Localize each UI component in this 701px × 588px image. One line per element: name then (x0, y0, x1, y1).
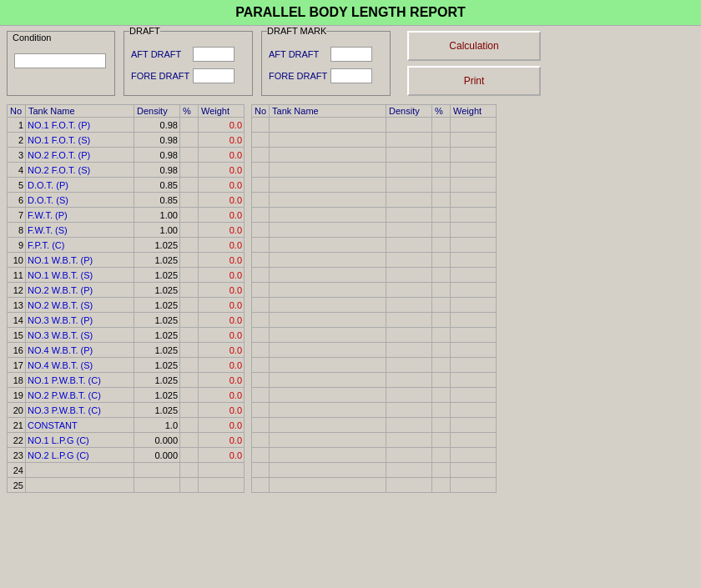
right-row-weight[interactable] (451, 433, 497, 448)
left-row-name[interactable] (26, 448, 134, 463)
left-row-name[interactable] (26, 433, 134, 448)
left-row-density[interactable] (134, 163, 180, 178)
left-row-weight[interactable] (199, 358, 245, 373)
left-row-density[interactable] (134, 328, 180, 343)
left-row-density[interactable] (134, 253, 180, 268)
left-row-name[interactable] (26, 403, 134, 418)
right-row-weight[interactable] (451, 193, 497, 208)
right-row-density[interactable] (386, 478, 432, 493)
right-row-weight[interactable] (451, 373, 497, 388)
right-row-weight[interactable] (451, 343, 497, 358)
right-row-density[interactable] (386, 298, 432, 313)
left-row-pct[interactable] (180, 463, 199, 478)
left-row-density[interactable] (134, 238, 180, 253)
left-row-weight[interactable] (199, 208, 245, 223)
left-row-weight[interactable] (199, 253, 245, 268)
left-row-pct[interactable] (180, 418, 199, 433)
right-row-density[interactable] (386, 358, 432, 373)
right-row-pct[interactable] (432, 298, 451, 313)
left-row-weight[interactable] (199, 223, 245, 238)
right-row-weight[interactable] (451, 328, 497, 343)
left-row-name[interactable] (26, 313, 134, 328)
left-row-density[interactable] (134, 388, 180, 403)
left-row-name[interactable] (26, 418, 134, 433)
right-row-weight[interactable] (451, 178, 497, 193)
left-row-pct[interactable] (180, 238, 199, 253)
left-row-pct[interactable] (180, 478, 199, 493)
right-row-density[interactable] (386, 238, 432, 253)
left-row-density[interactable] (134, 313, 180, 328)
right-row-name[interactable] (270, 253, 386, 268)
right-row-pct[interactable] (432, 253, 451, 268)
right-row-name[interactable] (270, 133, 386, 148)
left-row-density[interactable] (134, 358, 180, 373)
right-row-name[interactable] (270, 373, 386, 388)
left-row-pct[interactable] (180, 178, 199, 193)
left-row-name[interactable] (26, 283, 134, 298)
right-row-weight[interactable] (451, 388, 497, 403)
right-row-weight[interactable] (451, 253, 497, 268)
left-row-name[interactable] (26, 193, 134, 208)
right-row-pct[interactable] (432, 343, 451, 358)
left-row-density[interactable] (134, 418, 180, 433)
right-row-pct[interactable] (432, 448, 451, 463)
left-row-density[interactable] (134, 343, 180, 358)
right-row-name[interactable] (270, 238, 386, 253)
left-row-density[interactable] (134, 433, 180, 448)
left-row-density[interactable] (134, 373, 180, 388)
left-row-pct[interactable] (180, 433, 199, 448)
left-row-pct[interactable] (180, 373, 199, 388)
right-row-pct[interactable] (432, 223, 451, 238)
left-row-name[interactable] (26, 373, 134, 388)
right-row-weight[interactable] (451, 223, 497, 238)
right-row-density[interactable] (386, 268, 432, 283)
right-row-pct[interactable] (432, 388, 451, 403)
right-row-name[interactable] (270, 148, 386, 163)
left-row-name[interactable] (26, 343, 134, 358)
right-row-name[interactable] (270, 388, 386, 403)
right-row-weight[interactable] (451, 148, 497, 163)
left-row-name[interactable] (26, 358, 134, 373)
left-row-name[interactable] (26, 328, 134, 343)
right-row-density[interactable] (386, 448, 432, 463)
right-row-weight[interactable] (451, 283, 497, 298)
right-row-pct[interactable] (432, 193, 451, 208)
right-row-density[interactable] (386, 253, 432, 268)
right-row-weight[interactable] (451, 238, 497, 253)
left-row-density[interactable] (134, 223, 180, 238)
left-row-name[interactable] (26, 463, 134, 478)
right-row-weight[interactable] (451, 208, 497, 223)
left-row-weight[interactable] (199, 313, 245, 328)
right-row-weight[interactable] (451, 448, 497, 463)
left-row-density[interactable] (134, 463, 180, 478)
left-row-name[interactable] (26, 298, 134, 313)
right-row-pct[interactable] (432, 268, 451, 283)
right-row-density[interactable] (386, 403, 432, 418)
left-row-pct[interactable] (180, 388, 199, 403)
right-row-density[interactable] (386, 193, 432, 208)
right-row-name[interactable] (270, 223, 386, 238)
right-row-density[interactable] (386, 163, 432, 178)
left-row-weight[interactable] (199, 463, 245, 478)
condition-input[interactable] (14, 53, 106, 68)
right-row-pct[interactable] (432, 478, 451, 493)
right-row-weight[interactable] (451, 463, 497, 478)
left-row-weight[interactable] (199, 328, 245, 343)
left-row-density[interactable] (134, 403, 180, 418)
right-row-density[interactable] (386, 373, 432, 388)
left-row-name[interactable] (26, 163, 134, 178)
right-row-name[interactable] (270, 418, 386, 433)
left-row-name[interactable] (26, 253, 134, 268)
left-row-pct[interactable] (180, 163, 199, 178)
left-row-pct[interactable] (180, 253, 199, 268)
left-row-pct[interactable] (180, 358, 199, 373)
left-row-pct[interactable] (180, 328, 199, 343)
right-row-density[interactable] (386, 343, 432, 358)
right-row-pct[interactable] (432, 238, 451, 253)
right-row-density[interactable] (386, 133, 432, 148)
right-row-name[interactable] (270, 208, 386, 223)
left-row-weight[interactable] (199, 418, 245, 433)
left-row-pct[interactable] (180, 448, 199, 463)
right-row-density[interactable] (386, 118, 432, 133)
right-row-name[interactable] (270, 178, 386, 193)
